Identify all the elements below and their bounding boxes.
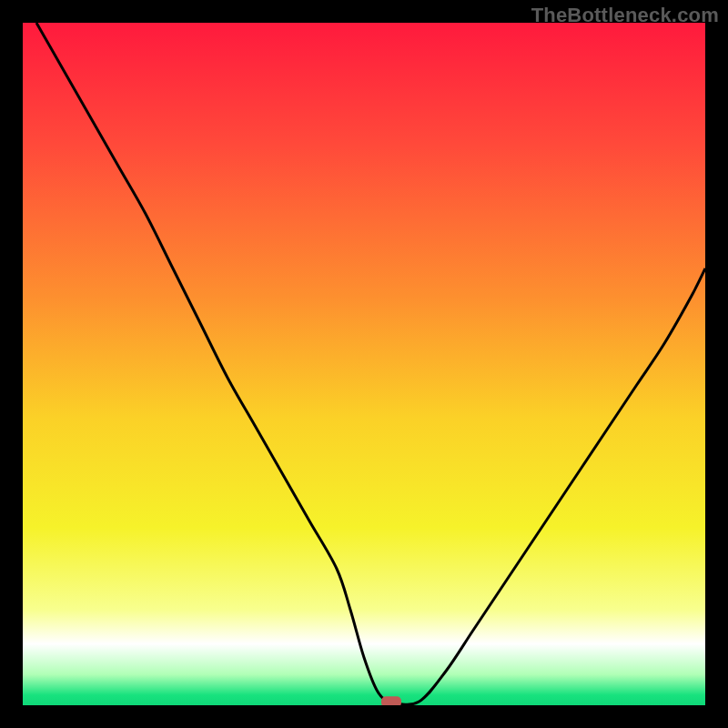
chart-frame: TheBottleneck.com bbox=[0, 0, 728, 728]
plot-area bbox=[23, 23, 705, 705]
chart-svg bbox=[23, 23, 705, 705]
gradient-background bbox=[23, 23, 705, 705]
min-marker bbox=[381, 696, 401, 705]
watermark-text: TheBottleneck.com bbox=[531, 4, 719, 27]
